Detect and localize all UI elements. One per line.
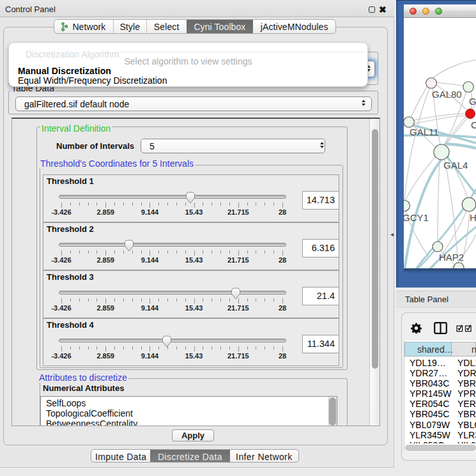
svg-text:GAL4: GAL4: [443, 160, 468, 171]
svg-text:HAP2: HAP2: [439, 252, 464, 263]
svg-text:G.: G.: [469, 96, 476, 107]
svg-text:C: C: [471, 119, 476, 130]
svg-text:GCY1: GCY1: [404, 212, 429, 223]
svg-text:GAL11: GAL11: [410, 127, 439, 137]
svg-text:GAL80: GAL80: [432, 89, 462, 100]
svg-text:H: H: [470, 212, 476, 223]
